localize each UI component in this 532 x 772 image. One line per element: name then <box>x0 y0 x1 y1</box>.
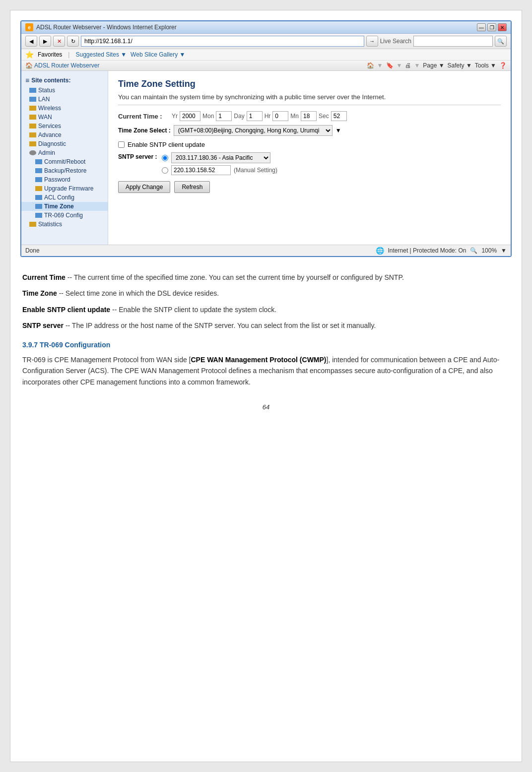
browser-icon: e <box>25 23 33 31</box>
restore-button[interactable]: ❐ <box>487 23 496 31</box>
sidebar-item-backup-restore[interactable]: Backup/Restore <box>21 166 108 175</box>
tz-select[interactable]: (GMT+08:00)Beijing, Chongqing, Hong Kong… <box>174 125 332 136</box>
search-input[interactable] <box>413 36 493 47</box>
time-zone-para: Time Zone -- Select time zone in which t… <box>22 288 510 299</box>
current-time-para: Current Time -- The current time of the … <box>22 272 510 283</box>
sidebar-item-status[interactable]: Status <box>21 86 108 95</box>
sntp-radio-group: 203.117.180.36 - Asia Pacific (Manual Se… <box>162 152 277 175</box>
current-time-label: Current Time : <box>118 113 168 120</box>
sidebar-item-acl-config[interactable]: ACL Config <box>21 193 108 202</box>
page-title: Time Zone Setting <box>118 79 501 89</box>
sidebar-item-diagnostic[interactable]: Diagnostic <box>21 139 108 148</box>
sntp-enable-row: Enable SNTP client update <box>118 141 501 148</box>
stop-button[interactable]: ✕ <box>53 36 65 47</box>
sntp-manual-input[interactable] <box>171 165 231 175</box>
day-label: Day <box>234 113 244 120</box>
sidebar-item-commit-reboot[interactable]: Commit/Reboot <box>21 157 108 166</box>
mn-input[interactable] <box>301 111 317 121</box>
sidebar-item-lan[interactable]: LAN <box>21 95 108 104</box>
refresh-button[interactable]: Refresh <box>174 181 210 193</box>
wan-icon <box>29 115 36 120</box>
section-title: 3.9.7 TR-069 Configuration <box>22 339 510 350</box>
live-search-label: Live Search <box>380 38 411 45</box>
sidebar-item-upgrade-firmware[interactable]: Upgrade Firmware <box>21 184 108 193</box>
wireless-icon <box>29 106 36 111</box>
mon-input[interactable] <box>216 111 232 121</box>
adsl-router-label: 🏠 ADSL Router Webserver <box>25 62 99 69</box>
help-icon[interactable]: ❓ <box>499 62 507 69</box>
sidebar-item-time-zone[interactable]: Time Zone <box>21 202 108 211</box>
diagnostic-icon <box>29 141 36 146</box>
current-time-text: -- The current time of the specified tim… <box>67 273 404 281</box>
time-zone-heading: Time Zone <box>22 289 57 297</box>
day-input[interactable] <box>247 111 263 121</box>
sntp-server-text: -- The IP address or the host name of th… <box>66 322 376 329</box>
bookmark-icon[interactable]: 🔖 <box>386 62 394 69</box>
sidebar-item-advance[interactable]: Advance <box>21 130 108 139</box>
content-area: ≡ Site contents: Status LAN Wireless <box>21 71 511 245</box>
sntp-radio-row-1: 203.117.180.36 - Asia Pacific <box>162 152 277 163</box>
sec-label: Sec <box>319 113 329 120</box>
sntp-server-row: SNTP server : 203.117.180.36 - Asia Paci… <box>118 152 501 175</box>
favorites-bar: ⭐ Favorites | Suggested Sites ▼ Web Slic… <box>21 49 511 61</box>
page-menu[interactable]: Page ▼ <box>423 62 444 69</box>
close-button[interactable]: ✕ <box>498 23 507 31</box>
commit-reboot-icon <box>35 159 42 164</box>
enable-sntp-text: -- Enable the SNTP client to update the … <box>112 306 276 314</box>
window-controls: — ❐ ✕ <box>477 23 507 31</box>
status-bar: Done 🌐 Internet | Protected Mode: On 🔍 1… <box>21 245 511 256</box>
protected-mode-text: Internet | Protected Mode: On <box>388 247 466 254</box>
sidebar-item-tr069[interactable]: TR-069 Config <box>21 211 108 220</box>
sidebar-item-services[interactable]: Services <box>21 122 108 130</box>
sidebar-item-wireless[interactable]: Wireless <box>21 104 108 113</box>
sidebar-header: ≡ Site contents: <box>21 75 108 86</box>
done-status: Done <box>25 247 40 254</box>
sntp-radio-1[interactable] <box>162 155 168 161</box>
refresh-nav-button[interactable]: ↻ <box>67 36 79 47</box>
sidebar-item-statistics[interactable]: Statistics <box>21 220 108 229</box>
title-bar: e ADSL Router Webserver - Windows Intern… <box>21 21 511 34</box>
forward-button[interactable]: ▶ <box>39 36 51 47</box>
yr-input[interactable] <box>180 111 200 121</box>
sidebar-item-password[interactable]: Password <box>21 175 108 184</box>
backup-restore-icon <box>35 168 42 173</box>
sntp-server-heading: SNTP server <box>22 322 64 329</box>
time-zone-text: -- Select time zone in which the DSL dev… <box>59 289 219 297</box>
tr069-icon <box>35 213 42 218</box>
sntp-select[interactable]: 203.117.180.36 - Asia Pacific <box>171 152 270 163</box>
safety-menu[interactable]: Safety ▼ <box>448 62 472 69</box>
printer-icon[interactable]: 🖨 <box>405 62 411 69</box>
suggested-sites[interactable]: Suggested Sites ▼ <box>75 51 127 58</box>
zoom-icon: 🔍 <box>470 247 477 254</box>
manual-label: (Manual Setting) <box>234 167 277 174</box>
page-description: You can maintain the system time by sync… <box>118 93 501 105</box>
hr-input[interactable] <box>272 111 288 121</box>
apply-change-button[interactable]: Apply Change <box>118 181 170 193</box>
go-button[interactable]: → <box>366 36 378 47</box>
browser-window: e ADSL Router Webserver - Windows Intern… <box>20 20 512 257</box>
admin-icon <box>29 150 36 155</box>
sidebar-item-wan[interactable]: WAN <box>21 113 108 122</box>
search-button[interactable]: 🔍 <box>495 36 507 47</box>
zoom-dropdown[interactable]: ▼ <box>501 247 507 254</box>
sntp-server-label: SNTP server : <box>118 153 158 160</box>
timezone-row: Time Zone Select : (GMT+08:00)Beijing, C… <box>118 125 501 136</box>
sntp-radio-2[interactable] <box>162 167 168 174</box>
timezone-icon <box>35 204 42 209</box>
lan-icon <box>29 97 36 102</box>
sntp-enable-label: Enable SNTP client update <box>128 141 205 148</box>
web-slice-gallery[interactable]: Web Slice Gallery ▼ <box>131 51 185 58</box>
back-button[interactable]: ◀ <box>25 36 37 47</box>
minimize-button[interactable]: — <box>477 23 486 31</box>
sntp-radio-row-2: (Manual Setting) <box>162 165 277 175</box>
home-icon[interactable]: 🏠 <box>367 62 374 69</box>
button-row: Apply Change Refresh <box>118 181 501 193</box>
enable-sntp-heading: Enable SNTP client update <box>22 306 110 314</box>
sec-input[interactable] <box>331 111 347 121</box>
address-bar[interactable] <box>81 36 364 47</box>
sntp-checkbox[interactable] <box>118 141 125 148</box>
password-icon <box>35 177 42 182</box>
services-icon <box>29 124 36 129</box>
sidebar-item-admin[interactable]: Admin <box>21 148 108 157</box>
tools-menu[interactable]: Tools ▼ <box>475 62 496 69</box>
